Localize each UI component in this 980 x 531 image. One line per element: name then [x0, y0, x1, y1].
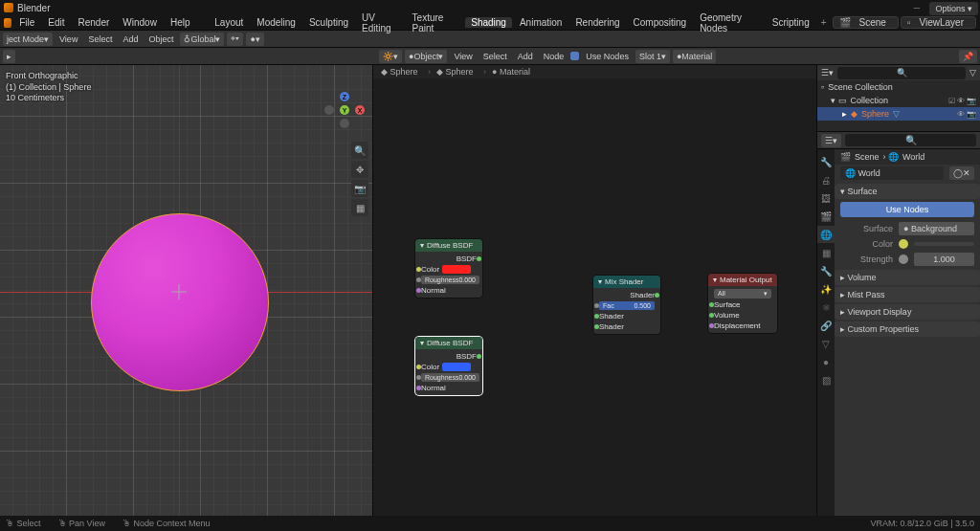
ne-type-object[interactable]: ● Object ▾ — [405, 50, 447, 63]
gizmo-neg-z[interactable] — [340, 119, 349, 128]
ptab-physics[interactable]: ⚛ — [817, 299, 835, 316]
use-nodes-check[interactable] — [570, 52, 579, 60]
collection-row[interactable]: ▾ ▭ Collection☑ 👁 📷 — [817, 94, 980, 107]
gizmo-x[interactable]: X — [355, 105, 365, 115]
node-header[interactable]: ▾ Diffuse BSDF — [415, 337, 482, 349]
node-header[interactable]: ▾ Mix Shader — [593, 276, 660, 288]
ptab-world[interactable]: 🌐 — [817, 226, 835, 243]
camera-icon[interactable]: 📷 — [351, 180, 368, 197]
section-surface[interactable]: ▾ Surface — [835, 184, 980, 199]
ptab-scene[interactable]: 🎬 — [817, 208, 835, 225]
slot-select[interactable]: Slot 1 ▾ — [635, 50, 670, 63]
ptab-object[interactable]: ▦ — [817, 244, 835, 261]
roughness-slider[interactable]: Roughness0.000 — [421, 373, 479, 382]
tab-layout[interactable]: Layout — [209, 17, 249, 28]
vp-menu-select[interactable]: Select — [84, 33, 116, 45]
ptab-material[interactable]: ● — [817, 353, 835, 370]
options-dropdown[interactable]: Options ▾ — [929, 2, 978, 15]
vp-menu-view[interactable]: View — [56, 33, 81, 45]
pin-button[interactable]: 📌 — [959, 50, 977, 63]
perspective-icon[interactable]: ▦ — [351, 199, 368, 216]
ptab-viewlayer[interactable]: 🖼 — [817, 189, 835, 207]
node-mix-shader[interactable]: ▾ Mix Shader Shader Fac0.500 Shader Shad… — [593, 276, 660, 334]
color-swatch[interactable] — [442, 363, 471, 371]
section-volume[interactable]: ▸ Volume — [835, 270, 980, 285]
world-color-swatch[interactable] — [914, 242, 974, 246]
node-header[interactable]: ▾ Diffuse BSDF — [415, 239, 482, 252]
surface-value[interactable]: ● Background — [899, 222, 974, 235]
mode-select[interactable]: ject Mode ▾ — [3, 33, 53, 46]
outliner-search[interactable]: 🔍 — [837, 67, 966, 79]
filter-icon[interactable]: ▽ — [969, 68, 976, 77]
node-canvas[interactable]: ▾ Diffuse BSDF BSDF Color Roughness0.000… — [373, 96, 816, 518]
section-mist[interactable]: ▸ Mist Pass — [835, 287, 980, 302]
move-icon[interactable]: ✥ — [351, 161, 368, 178]
minimize-button[interactable]: ─ — [907, 2, 926, 13]
vp-menu-add[interactable]: Add — [119, 33, 142, 45]
target-select[interactable]: All▾ — [714, 289, 771, 299]
tab-comp[interactable]: Compositing — [628, 17, 693, 28]
proportional-edit[interactable]: ●▾ — [246, 33, 263, 46]
use-nodes-button[interactable]: Use Nodes — [840, 202, 974, 217]
orientation-select[interactable]: ♁ Global ▾ — [180, 33, 224, 46]
menu-render[interactable]: Render — [73, 17, 116, 28]
tab-sculpting[interactable]: Sculpting — [303, 17, 354, 28]
vp-menu-object[interactable]: Object — [145, 33, 177, 45]
color-swatch[interactable] — [442, 265, 471, 274]
editor-type-icon[interactable]: ▸ — [3, 50, 15, 63]
props-search[interactable]: 🔍 — [845, 134, 976, 146]
ne-menu-view[interactable]: View — [450, 51, 476, 62]
outliner-type-icon[interactable]: ☰▾ — [821, 68, 834, 77]
shader-node-editor[interactable]: ◆ Sphere ◆ Sphere ● Material ▾ Diffuse B… — [373, 65, 817, 518]
new-world-button[interactable]: ◯✕ — [949, 166, 974, 180]
menu-edit[interactable]: Edit — [42, 17, 70, 28]
tab-render[interactable]: Rendering — [569, 17, 625, 28]
tab-texpaint[interactable]: Texture Paint — [407, 12, 464, 33]
node-material-output[interactable]: ▾ Material Output All▾ Surface Volume Di… — [708, 274, 777, 333]
gizmo-neg-x[interactable] — [324, 105, 334, 115]
tab-anim[interactable]: Animation — [514, 17, 568, 28]
fac-slider[interactable]: Fac0.500 — [599, 301, 655, 310]
ne-menu-select[interactable]: Select — [479, 51, 511, 62]
viewport-3d[interactable]: Front Orthographic (1) Collection | Sphe… — [0, 65, 373, 518]
props-type-icon[interactable]: ☰▾ — [821, 134, 841, 147]
ptab-texture[interactable]: ▨ — [817, 371, 835, 388]
ptab-constraints[interactable]: 🔗 — [817, 317, 835, 334]
section-custom-props[interactable]: ▸ Custom Properties — [835, 321, 980, 337]
tab-modeling[interactable]: Modeling — [251, 17, 301, 28]
outliner[interactable]: ☰▾ 🔍 ▽ ▫ Scene Collection ▾ ▭ Collection… — [817, 65, 980, 132]
object-sphere[interactable] — [91, 213, 269, 391]
menu-file[interactable]: File — [13, 17, 40, 28]
strength-value[interactable]: 1.000 — [914, 253, 974, 266]
ne-menu-add[interactable]: Add — [514, 51, 537, 62]
tab-shading[interactable]: Shading — [465, 17, 512, 28]
ne-menu-node[interactable]: Node — [540, 51, 568, 62]
sphere-row[interactable]: ▸ ◆ Sphere ▽👁 📷 — [817, 107, 980, 121]
section-viewport-display[interactable]: ▸ Viewport Display — [835, 304, 980, 320]
ne-editor-type[interactable]: 🔆▾ — [379, 50, 402, 63]
menu-help[interactable]: Help — [165, 17, 196, 28]
ptab-render[interactable]: 🔧 — [817, 153, 835, 170]
gizmo-y[interactable]: Y — [340, 105, 349, 115]
scene-collection-row[interactable]: ▫ Scene Collection — [817, 80, 980, 94]
ptab-output[interactable]: 🖨 — [817, 171, 835, 188]
node-diffuse-1[interactable]: ▾ Diffuse BSDF BSDF Color Roughness0.000… — [415, 239, 482, 298]
menu-window[interactable]: Window — [117, 17, 163, 28]
add-workspace-button[interactable]: + — [817, 17, 831, 28]
ptab-data[interactable]: ▽ — [817, 335, 835, 352]
node-header[interactable]: ▾ Material Output — [708, 274, 777, 286]
snap-toggle[interactable]: ⌖▾ — [227, 33, 243, 46]
tab-script[interactable]: Scripting — [767, 17, 815, 28]
zoom-icon[interactable]: 🔍 — [351, 142, 368, 159]
roughness-slider[interactable]: Roughness0.000 — [421, 276, 479, 284]
world-datablock[interactable]: 🌐 World — [840, 166, 944, 180]
gizmo-z[interactable]: Z — [340, 92, 349, 101]
node-diffuse-2[interactable]: ▾ Diffuse BSDF BSDF Color Roughness0.000… — [415, 337, 482, 395]
tab-uv[interactable]: UV Editing — [356, 12, 405, 33]
nav-gizmo[interactable]: X Y Z — [326, 92, 363, 128]
tab-geo[interactable]: Geometry Nodes — [694, 12, 765, 33]
ptab-particles[interactable]: ✨ — [817, 280, 835, 298]
ptab-modifier[interactable]: 🔧 — [817, 262, 835, 279]
material-select[interactable]: ● Material — [673, 50, 716, 63]
viewlayer-picker[interactable]: ▫ ViewLayer — [901, 16, 976, 29]
